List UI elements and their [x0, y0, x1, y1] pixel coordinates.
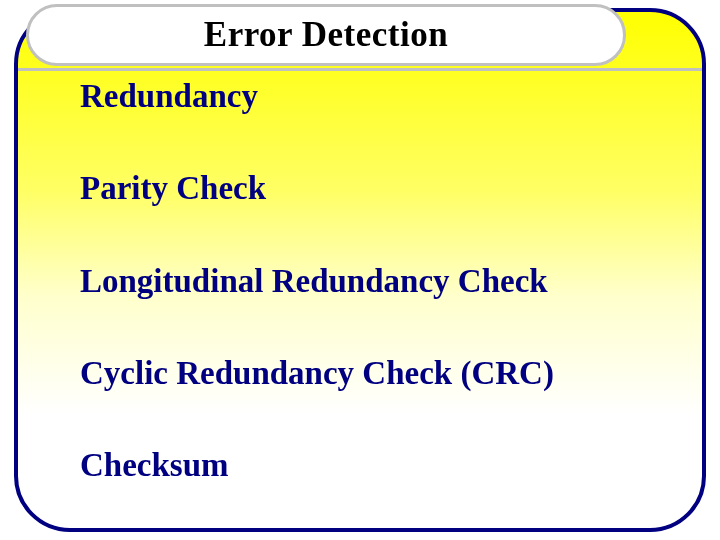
list-item: Redundancy	[80, 78, 660, 114]
slide-title: Error Detection	[204, 15, 448, 55]
content-area: Redundancy Parity Check Longitudinal Red…	[80, 78, 660, 539]
list-item: Parity Check	[80, 170, 660, 206]
title-underline	[18, 68, 702, 71]
list-item: Longitudinal Redundancy Check	[80, 263, 660, 299]
list-item: Checksum	[80, 447, 660, 483]
title-banner: Error Detection	[26, 4, 626, 66]
list-item: Cyclic Redundancy Check (CRC)	[80, 355, 660, 391]
